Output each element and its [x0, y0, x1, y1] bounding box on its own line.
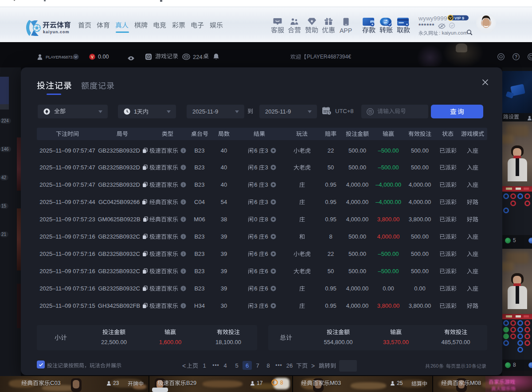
svg-text:VIP 9: VIP 9 [454, 16, 464, 20]
svg-text:?: ? [515, 55, 517, 59]
